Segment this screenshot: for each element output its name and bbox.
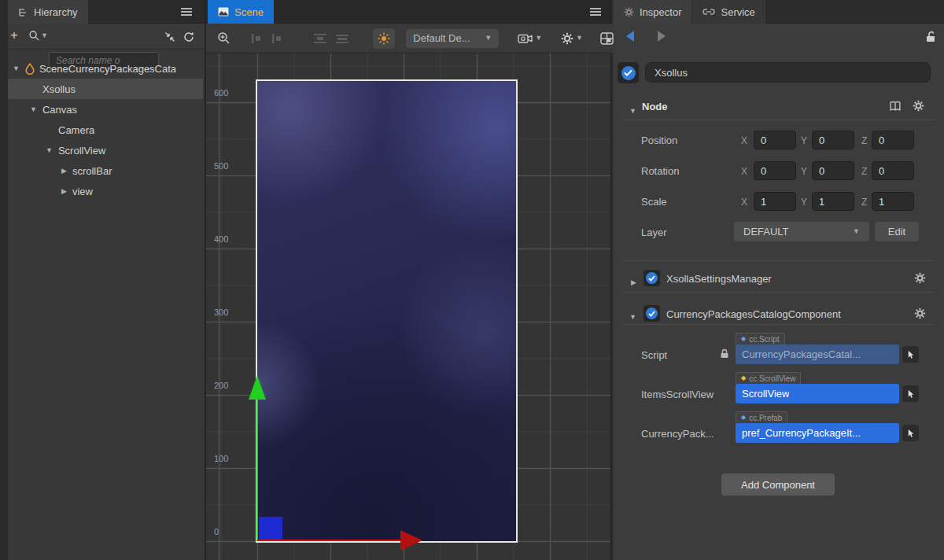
component-chevron-icon[interactable]: ▶	[631, 274, 636, 288]
ruler-label: 500	[214, 161, 241, 171]
hierarchy-gutter	[0, 0, 8, 560]
diamond-icon: ◆	[741, 414, 746, 421]
unlock-icon[interactable]	[925, 31, 936, 42]
diamond-icon: ◆	[741, 375, 746, 381]
editor-window: Hierarchy + ▼ ▼ SceneCurrencyPackagesCat…	[0, 0, 944, 560]
distribute-vertical-icon[interactable]	[313, 28, 327, 49]
z-axis-label: Z	[861, 135, 867, 146]
scale-y-input[interactable]	[812, 192, 854, 211]
tab-scene[interactable]: Scene	[208, 0, 274, 24]
itemsscrollview-label: ItemsScrollView	[641, 389, 714, 400]
position-y-input[interactable]	[812, 131, 854, 149]
search-filter-icon[interactable]: ▼	[28, 30, 48, 42]
reference-picker-button[interactable]	[902, 346, 919, 363]
hierarchy-menu-icon[interactable]	[181, 8, 192, 16]
position-x-input[interactable]	[754, 131, 796, 149]
add-node-icon[interactable]: +	[10, 28, 18, 43]
y-axis-arrow-icon[interactable]	[249, 375, 266, 400]
camera-view-dropdown[interactable]: ▼	[518, 28, 542, 49]
collapse-all-icon[interactable]	[164, 31, 175, 46]
tree-item-xsollus[interactable]: Xsollus	[8, 79, 203, 99]
reference-picker-button[interactable]	[902, 385, 919, 402]
tree-item-scrollbar[interactable]: ▶ scrollBar	[0, 160, 205, 181]
gear-icon[interactable]	[914, 308, 926, 319]
distribute-horizontal-icon[interactable]	[335, 28, 349, 49]
x-axis-label: X	[741, 135, 747, 146]
y-axis-label: Y	[801, 197, 807, 208]
ruler-label: 600	[214, 88, 241, 98]
device-preset-value: Default De...	[413, 32, 485, 44]
tree-item-view[interactable]: ▶ view	[0, 181, 205, 201]
add-component-button[interactable]: Add Component	[721, 473, 835, 496]
prefab-reference-field[interactable]: pref_CurrencyPackageIt...	[736, 423, 899, 443]
tab-service[interactable]: Service	[692, 0, 765, 24]
chevron-down-icon[interactable]: ▼	[46, 147, 53, 154]
ruler-label: 300	[214, 308, 241, 317]
chevron-right-icon[interactable]: ▶	[61, 188, 67, 195]
script-reference-field[interactable]: CurrencyPackagesCatal...	[736, 344, 899, 364]
tree-item-scene-root[interactable]: ▼ SceneCurrencyPackagesCata	[0, 58, 205, 79]
layer-label: Layer	[641, 227, 667, 238]
scene-menu-icon[interactable]	[590, 8, 601, 16]
rotation-x-input[interactable]	[754, 161, 796, 180]
history-forward-icon[interactable]	[658, 31, 666, 42]
scene-panel: Scene Default De...	[205, 0, 612, 560]
node-name-input[interactable]	[645, 62, 931, 83]
inspector-tabbar: Inspector Service	[614, 0, 944, 24]
reference-picker-button[interactable]	[902, 425, 919, 441]
component-enabled-checkbox[interactable]	[643, 270, 660, 286]
type-badge: ◆ cc.ScrollView	[736, 372, 801, 384]
scene-viewport[interactable]: 600 500 400 300 200 100 0	[206, 53, 610, 560]
inspector-nav	[614, 24, 944, 49]
node-section-chevron-icon[interactable]: ▼	[629, 102, 636, 116]
light-gizmo-button[interactable]	[373, 28, 395, 49]
tree-item-label: view	[72, 186, 93, 197]
component-chevron-icon[interactable]: ▼	[629, 308, 636, 322]
chevron-down-icon[interactable]: ▼	[30, 106, 37, 113]
scale-x-input[interactable]	[754, 192, 796, 211]
chevron-down-icon[interactable]: ▼	[13, 65, 20, 72]
tab-hierarchy[interactable]: Hierarchy	[8, 0, 88, 24]
rotation-z-input[interactable]	[872, 161, 914, 180]
device-preset-dropdown[interactable]: Default De... ▼	[406, 29, 499, 48]
gear-icon[interactable]	[914, 272, 926, 284]
align-center-icon[interactable]	[271, 28, 283, 49]
scale-z-input[interactable]	[872, 192, 914, 211]
tab-service-label: Service	[721, 6, 754, 18]
x-axis-arrow-icon[interactable]	[400, 530, 422, 551]
tree-item-canvas[interactable]: ▼ Canvas	[0, 99, 205, 120]
history-back-icon[interactable]	[626, 31, 634, 42]
tree-item-camera[interactable]: Camera	[0, 120, 205, 140]
lock-icon	[720, 348, 729, 359]
align-left-icon[interactable]	[251, 28, 264, 49]
chevron-right-icon[interactable]: ▶	[61, 168, 67, 175]
x-axis-label: X	[741, 197, 747, 208]
origin-node-rect[interactable]	[259, 517, 282, 541]
x-axis-label: X	[741, 166, 747, 177]
divider	[623, 292, 935, 293]
gear-icon[interactable]	[913, 100, 924, 112]
layout-grid-icon[interactable]	[600, 28, 614, 49]
chevron-down-icon: ▼	[485, 35, 492, 42]
tree-item-scrollview[interactable]: ▼ ScrollView	[0, 140, 205, 160]
layer-dropdown[interactable]: DEFAULT ▼	[734, 222, 869, 241]
docs-icon[interactable]	[889, 101, 902, 112]
layer-edit-button[interactable]: Edit	[875, 222, 919, 241]
scrollview-reference-field[interactable]: ScrollView	[736, 384, 899, 403]
node-section-title: Node	[642, 101, 668, 112]
checkbox-check-icon	[646, 308, 658, 319]
design-canvas[interactable]	[256, 79, 518, 543]
inspector-panel: Inspector Service ▼ Node Position	[614, 0, 944, 560]
hierarchy-tabbar: Hierarchy	[0, 0, 205, 24]
zoom-icon[interactable]	[217, 28, 230, 49]
tab-inspector[interactable]: Inspector	[614, 0, 691, 24]
divider	[623, 260, 935, 261]
node-active-checkbox[interactable]	[618, 62, 639, 83]
scene-settings-dropdown[interactable]: ▼	[561, 28, 583, 49]
refresh-icon[interactable]	[183, 31, 194, 46]
rotation-y-input[interactable]	[812, 161, 854, 180]
position-z-input[interactable]	[872, 131, 914, 149]
scene-asset-icon	[25, 63, 35, 75]
component-enabled-checkbox[interactable]	[643, 305, 660, 322]
layer-edit-label: Edit	[888, 226, 905, 238]
